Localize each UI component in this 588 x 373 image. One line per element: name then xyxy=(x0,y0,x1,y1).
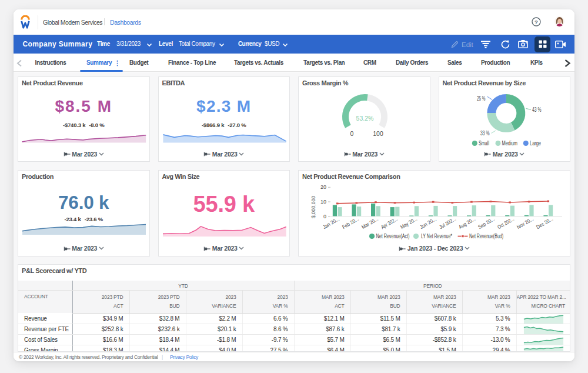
svg-text:20: 20 xyxy=(320,184,326,190)
svg-text:$,000,000: $,000,000 xyxy=(310,196,316,218)
svg-text:Dec 20...: Dec 20... xyxy=(535,216,554,230)
svg-text:Mar 20...: Mar 20... xyxy=(360,216,379,230)
svg-text:Small: Small xyxy=(479,140,489,146)
svg-text:Net Revenue(Bud): Net Revenue(Bud) xyxy=(469,233,503,239)
svg-text:Oct 202...: Oct 202... xyxy=(496,216,515,230)
svg-text:10: 10 xyxy=(320,199,326,205)
svg-text:Nov 20...: Nov 20... xyxy=(516,216,534,230)
svg-text:100: 100 xyxy=(373,130,383,137)
svg-text:Net Revenue(Act): Net Revenue(Act) xyxy=(376,233,410,239)
svg-text:Jun 20...: Jun 20... xyxy=(419,216,437,230)
svg-text:53.2%: 53.2% xyxy=(356,114,374,121)
svg-text:0: 0 xyxy=(350,130,354,137)
svg-text:0: 0 xyxy=(323,214,326,219)
svg-text:May 20...: May 20... xyxy=(399,216,418,230)
svg-text:43 %: 43 % xyxy=(532,106,542,112)
svg-text:Feb 20...: Feb 20... xyxy=(341,216,360,230)
svg-text:?: ? xyxy=(534,19,538,25)
svg-text:Aug 20...: Aug 20... xyxy=(457,216,476,230)
svg-text:Jul 202...: Jul 202... xyxy=(438,216,457,230)
svg-text:Large: Large xyxy=(530,140,541,146)
svg-text:Sep 20...: Sep 20... xyxy=(477,216,496,230)
svg-text:25 %: 25 % xyxy=(477,95,486,102)
svg-text:33 %: 33 % xyxy=(480,129,490,136)
svg-text:Medium: Medium xyxy=(502,140,517,146)
svg-text:LY Net Revenue*: LY Net Revenue* xyxy=(421,233,452,239)
svg-text:Apr 202...: Apr 202... xyxy=(380,216,399,230)
